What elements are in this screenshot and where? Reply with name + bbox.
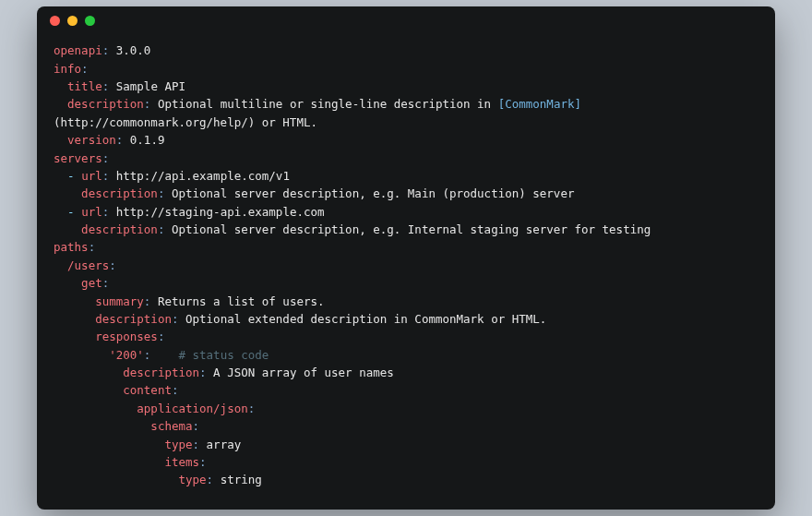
- code-line: summary: Returns a list of users.: [54, 293, 758, 310]
- token: :: [248, 402, 256, 415]
- token: -: [67, 169, 81, 183]
- code-line: schema:: [54, 417, 758, 435]
- token: servers: [54, 151, 102, 165]
- token: Returns a list of users.: [150, 294, 324, 308]
- code-line: content:: [54, 381, 758, 399]
- token: :: [207, 473, 214, 486]
- token: description: [123, 366, 199, 379]
- code-line: type: string: [54, 471, 758, 488]
- terminal-window: openapi: 3.0.0info: title: Sample API de…: [37, 6, 775, 509]
- token: Optional extended description in CommonM…: [178, 312, 546, 326]
- token: url: [81, 205, 102, 219]
- token: content: [123, 383, 172, 397]
- token: # status code: [150, 348, 269, 362]
- token: :: [158, 330, 165, 343]
- token: string: [213, 473, 262, 486]
- code-line: get:: [54, 274, 758, 292]
- window-titlebar: [37, 6, 775, 34]
- token: http://api.example.com/v1: [109, 169, 290, 183]
- token: -: [67, 205, 81, 219]
- token: paths: [54, 240, 89, 254]
- token: type: [164, 438, 192, 451]
- code-line: description: A JSON array of user names: [54, 364, 758, 381]
- code-line: servers:: [54, 150, 758, 167]
- code-line: (http://commonmark.org/help/) or HTML.: [54, 114, 758, 131]
- token: :: [109, 258, 116, 272]
- token: :: [102, 276, 110, 290]
- code-line: - url: http://staging-api.example.com: [54, 203, 758, 221]
- token: (http://commonmark.org/help/) or HTML.: [54, 115, 317, 129]
- code-line: description: Optional server description…: [54, 185, 758, 202]
- code-line: openapi: 3.0.0: [54, 42, 758, 59]
- token: :: [102, 151, 110, 165]
- token: 0.1.9: [123, 133, 164, 147]
- token: :: [199, 366, 207, 379]
- code-line: description: Optional extended descripti…: [54, 310, 758, 328]
- token: type: [178, 473, 206, 486]
- token: description: [67, 97, 144, 111]
- code-line: description: Optional multiline or singl…: [54, 95, 758, 113]
- token: items: [164, 455, 199, 469]
- close-icon[interactable]: [50, 16, 60, 26]
- code-line: version: 0.1.9: [54, 131, 758, 149]
- token: :: [172, 383, 179, 397]
- token: schema: [150, 419, 192, 433]
- token: '200': [109, 348, 144, 362]
- token: description: [81, 222, 158, 236]
- token: 3.0.0: [109, 43, 150, 57]
- token: Optional server description, e.g. Main (…: [164, 186, 574, 200]
- code-line: info:: [54, 60, 758, 78]
- token: http://staging-api.example.com: [109, 205, 324, 219]
- token: description: [81, 186, 158, 200]
- token: description: [95, 312, 172, 326]
- code-line: description: Optional server description…: [54, 221, 758, 238]
- token: get: [81, 276, 102, 290]
- token: application/json: [137, 402, 247, 415]
- token: url: [81, 169, 102, 183]
- token: /users: [67, 258, 109, 272]
- code-line: application/json:: [54, 400, 758, 417]
- token: Optional multiline or single-line descri…: [150, 97, 497, 111]
- code-line: /users:: [54, 257, 758, 274]
- token: openapi: [54, 43, 102, 57]
- code-block: openapi: 3.0.0info: title: Sample API de…: [37, 34, 775, 509]
- token: :: [193, 419, 200, 433]
- code-line: title: Sample API: [54, 78, 758, 95]
- code-line: paths:: [54, 238, 758, 256]
- token: Optional server description, e.g. Intern…: [164, 222, 651, 236]
- token: :: [81, 62, 89, 76]
- code-line: - url: http://api.example.com/v1: [54, 167, 758, 185]
- token: array: [199, 438, 241, 451]
- code-line: items:: [54, 453, 758, 471]
- minimize-icon[interactable]: [67, 16, 78, 26]
- maximize-icon[interactable]: [85, 16, 95, 26]
- token: Sample API: [109, 79, 185, 93]
- token: responses: [95, 330, 158, 343]
- token: title: [67, 79, 102, 93]
- code-line: type: array: [54, 436, 758, 453]
- token: A JSON array of user names: [207, 366, 394, 379]
- code-line: responses:: [54, 328, 758, 345]
- token: version: [67, 133, 116, 147]
- token: summary: [95, 294, 144, 308]
- token: info: [54, 62, 81, 76]
- token: :: [89, 240, 96, 254]
- token: :: [199, 455, 207, 469]
- token: :: [193, 438, 200, 451]
- token: [CommonMark]: [498, 97, 581, 111]
- code-line: '200': # status code: [54, 346, 758, 364]
